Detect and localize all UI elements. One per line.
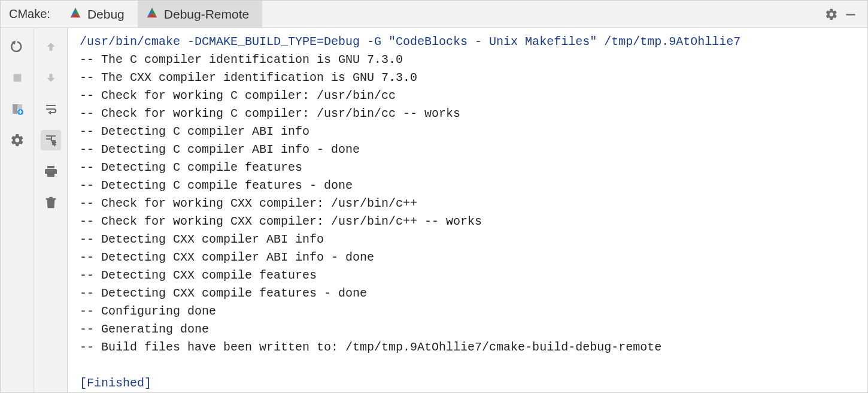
- console-line: -- Check for working CXX compiler: /usr/…: [80, 196, 417, 210]
- console-line: -- The CXX compiler identification is GN…: [80, 71, 417, 84]
- console-line: -- Detecting CXX compile features: [80, 268, 317, 282]
- arrow-down-icon: [45, 72, 57, 84]
- tab-label: Debug-Remote: [164, 7, 249, 22]
- stop-icon: [11, 71, 24, 84]
- console-line: -- Check for working CXX compiler: /usr/…: [80, 214, 482, 228]
- console-line: -- Detecting C compiler ABI info: [80, 125, 309, 138]
- toolbar-column-left: [1, 28, 34, 392]
- print-button[interactable]: [41, 161, 61, 182]
- gear-icon: [825, 8, 838, 21]
- up-button[interactable]: [41, 37, 61, 57]
- print-icon: [44, 164, 58, 179]
- console-line: -- Configuring done: [80, 304, 216, 318]
- svg-rect-3: [17, 104, 22, 109]
- hide-button[interactable]: [841, 5, 860, 24]
- panel-title: CMake:: [9, 7, 50, 21]
- console-line: -- Detecting CXX compiler ABI info - don…: [80, 250, 374, 264]
- console-line: -- Detecting CXX compiler ABI info: [80, 232, 324, 246]
- soft-wrap-button[interactable]: [41, 99, 61, 119]
- console-finished: [Finished]: [80, 376, 151, 390]
- tab-debug[interactable]: Debug: [61, 1, 138, 28]
- cmake-icon: [69, 7, 81, 22]
- build-button[interactable]: [7, 99, 28, 119]
- clear-button[interactable]: [41, 192, 61, 213]
- minimize-icon: [845, 8, 857, 20]
- toolbar-column-right: [34, 28, 68, 392]
- cmake-icon: [146, 7, 158, 22]
- arrow-up-icon: [45, 41, 57, 53]
- console-line: -- Detecting C compile features: [80, 161, 302, 174]
- console-line: -- Detecting C compiler ABI info - done: [80, 143, 360, 156]
- cmake-panel-header: CMake: Debug Debug-Remote: [1, 1, 867, 28]
- tab-label: Debug: [87, 7, 125, 22]
- console-line: -- Detecting CXX compile features - done: [80, 286, 367, 300]
- console-line: -- Generating done: [80, 322, 209, 336]
- svg-rect-0: [846, 14, 855, 16]
- console-command: /usr/bin/cmake -DCMAKE_BUILD_TYPE=Debug …: [80, 35, 740, 49]
- stop-button[interactable]: [7, 68, 28, 88]
- scroll-end-icon: [44, 133, 58, 147]
- svg-rect-2: [13, 104, 17, 114]
- console-line: -- Check for working C compiler: /usr/bi…: [80, 89, 396, 102]
- trash-icon: [44, 195, 57, 210]
- cmake-settings-button[interactable]: [7, 130, 28, 150]
- console-line: -- Check for working C compiler: /usr/bi…: [80, 107, 460, 120]
- scroll-to-end-button[interactable]: [41, 130, 61, 150]
- console-line: -- Detecting C compile features - done: [80, 179, 353, 192]
- build-icon: [10, 102, 25, 116]
- tab-debug-remote[interactable]: Debug-Remote: [138, 1, 262, 28]
- svg-rect-1: [13, 74, 21, 82]
- soft-wrap-icon: [44, 102, 58, 116]
- console-line: -- The C compiler identification is GNU …: [80, 53, 403, 66]
- settings-icon: [10, 133, 25, 147]
- down-button[interactable]: [41, 68, 61, 88]
- rerun-button[interactable]: [7, 37, 28, 57]
- settings-button[interactable]: [822, 5, 841, 24]
- console-output[interactable]: /usr/bin/cmake -DCMAKE_BUILD_TYPE=Debug …: [68, 28, 867, 392]
- console-line: -- Build files have been written to: /tm…: [80, 340, 661, 354]
- rerun-icon: [10, 40, 25, 54]
